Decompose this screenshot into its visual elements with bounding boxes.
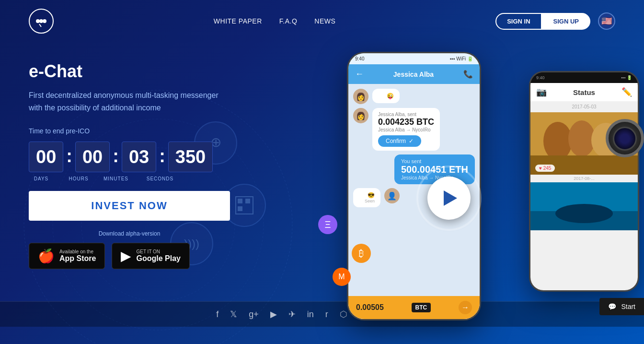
msg-bubble-1: Hi, 😜	[372, 89, 400, 103]
svg-rect-10	[238, 199, 242, 203]
seen-label: Seen	[359, 199, 375, 203]
store-buttons: 🍎 Available on the App Store ▶ GET IT ON…	[29, 243, 230, 269]
msg-row-2: 👩 Jessica Alba, sent 0.004235 BTC Jessic…	[353, 108, 475, 151]
logo-icon	[29, 9, 54, 34]
avatar-2: 👩	[353, 108, 368, 123]
like-count-1: ♥ 245	[535, 165, 555, 172]
msg-bubble-4: Hi, 😎 Seen	[353, 188, 380, 207]
msg-text-4: Hi, 😎	[359, 192, 375, 199]
bottom-currency: BTC	[412, 303, 431, 312]
phone2-camera-icon[interactable]: 📷	[536, 87, 547, 97]
appstore-text: Available on the App Store	[59, 249, 96, 263]
send-button[interactable]: →	[459, 301, 472, 314]
nav-faq[interactable]: F.A.Q	[279, 17, 298, 25]
svg-point-16	[543, 122, 572, 160]
days-label: DAYS	[29, 176, 54, 181]
bottom-amount: 0.00505	[356, 303, 384, 312]
play-button[interactable]	[427, 177, 471, 220]
chat-support-label: Start	[621, 303, 635, 310]
appstore-button[interactable]: 🍎 Available on the App Store	[29, 243, 105, 269]
status-photo-2	[530, 182, 638, 230]
svg-point-0	[36, 19, 40, 23]
nav-news[interactable]: NEWS	[314, 17, 335, 25]
googleplay-text: GET IT ON Google Play	[136, 249, 180, 263]
nav-whitepaper[interactable]: WHITE PAPER	[214, 17, 262, 25]
appstore-small: Available on the	[59, 249, 96, 254]
sender-label: Jessica Alba, sent	[378, 112, 434, 117]
phone-signal: ▪▪▪ WiFi 🔋	[450, 56, 473, 61]
logo[interactable]	[29, 9, 54, 34]
camera-lens	[606, 119, 644, 157]
timer-container: 00 : 00 : 03 : 350	[29, 142, 230, 172]
date-label-2: 2017-08-...	[530, 175, 638, 182]
phone2-signal: ▪▪▪ 🔋	[621, 75, 632, 80]
bottom-payment-bar: 0.00505 BTC →	[348, 296, 480, 319]
timer-sep-2: :	[113, 146, 119, 168]
googleplay-name: Google Play	[136, 254, 180, 263]
hero-left: e-Chat First decentralized anonymous mul…	[29, 52, 230, 269]
play-triangle-icon	[444, 190, 457, 206]
svg-point-1	[39, 19, 43, 23]
msg-row-1: 👩 Hi, 😜	[353, 89, 475, 104]
hero-title: e-Chat	[29, 61, 230, 82]
svg-rect-12	[238, 206, 242, 211]
avatar-4: 👤	[384, 188, 400, 203]
phone2-compose-icon[interactable]: ✏️	[621, 87, 632, 97]
timer-hours: 00	[82, 148, 103, 166]
navbar: WHITE PAPER F.A.Q NEWS SIGN IN SIGN UP 🇺…	[0, 0, 644, 42]
date-label-1: 2017-05-03	[530, 101, 638, 112]
minutes-label: MINUTES	[104, 176, 128, 181]
nav-auth-buttons: SIGN IN SIGN UP 🇺🇸	[495, 12, 615, 30]
nav-links: WHITE PAPER F.A.Q NEWS	[214, 17, 335, 25]
btc-amount: 0.004235 BTC	[378, 117, 434, 127]
phone-second: 9:40 ▪▪▪ 🔋 📷 Status ✏️ 2017-05-03	[529, 71, 639, 292]
svg-point-2	[43, 19, 46, 23]
timer-sep-1: :	[66, 146, 72, 168]
timer-minutes: 03	[129, 148, 149, 166]
phone-time: 9:40	[355, 56, 364, 61]
phone2-header: 📷 Status ✏️	[530, 83, 638, 101]
download-label: Download alpha-version	[29, 230, 230, 237]
googleplay-button[interactable]: ▶ GET IT ON Google Play	[112, 243, 189, 269]
phones-area: 9:40 ▪▪▪ WiFi 🔋 ← Jessica Alba 📞 👩 Hi, 😜	[309, 42, 644, 340]
appstore-name: App Store	[59, 254, 96, 263]
timer-label: Time to end pre-ICO	[29, 127, 230, 135]
invest-button[interactable]: INVEST NOW	[29, 191, 230, 221]
timer-hours-block: 00	[75, 142, 110, 172]
msg-text-1: Hi, 😜	[378, 93, 394, 99]
timer-days: 00	[36, 148, 56, 166]
timer-days-block: 00	[29, 142, 63, 172]
timer-labels-row: DAYS HOURS MINUTES SECONDS	[29, 176, 230, 181]
phone2-time: 9:40	[536, 75, 545, 80]
signin-button[interactable]: SIGN IN	[495, 13, 541, 30]
chat-bubble-icon: 💬	[608, 303, 616, 310]
msg-bubble-2: Jessica Alba, sent 0.004235 BTC Jessica …	[372, 108, 440, 151]
call-icon[interactable]: 📞	[463, 70, 473, 79]
svg-rect-11	[245, 199, 250, 203]
svg-point-22	[555, 204, 613, 223]
hero-subtitle: First decentralized anonymous multi-task…	[29, 89, 230, 114]
googleplay-icon: ▶	[121, 248, 131, 264]
chat-contact-name: Jessica Alba	[393, 71, 434, 78]
btc-to: Jessica Alba → NycoIRo	[378, 127, 434, 132]
back-arrow-icon[interactable]: ←	[355, 69, 364, 79]
confirm-button[interactable]: Confirm ✓	[378, 132, 434, 147]
you-sent-label: You sent	[401, 158, 468, 164]
eth-icon: Ξ	[318, 215, 337, 234]
svg-point-17	[568, 120, 595, 157]
avatar-1: 👩	[353, 89, 368, 104]
btc-icon: ₿	[352, 244, 371, 263]
signup-button[interactable]: SIGN UP	[542, 13, 590, 30]
phone2-title: Status	[573, 88, 595, 96]
language-selector[interactable]: 🇺🇸	[598, 12, 615, 30]
timer-seconds-block: 350	[168, 142, 213, 172]
chat-support-widget[interactable]: 💬 Start	[599, 298, 644, 315]
timer-minutes-block: 03	[122, 142, 156, 172]
seconds-label: SECONDS	[141, 176, 179, 181]
apple-icon: 🍎	[38, 248, 55, 264]
monero-icon: M	[333, 268, 351, 286]
hero-section: ⊕ )))) e-Chat First decentralized anonym…	[0, 42, 644, 301]
timer-sep-3: :	[159, 146, 165, 168]
timer-seconds: 350	[175, 148, 206, 166]
hours-label: HOURS	[66, 176, 91, 181]
